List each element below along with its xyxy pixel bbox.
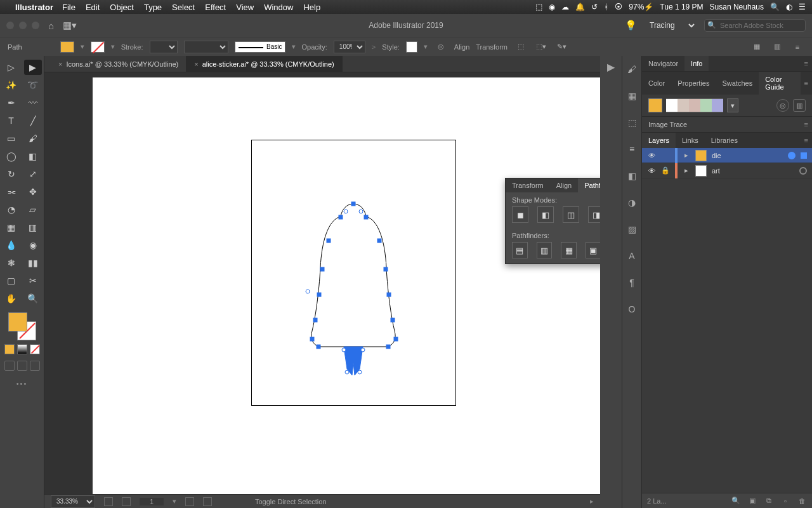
tab-libraries[interactable]: Libraries [705, 133, 744, 148]
fill-box[interactable] [8, 312, 27, 331]
lock-toggle-icon[interactable]: 🔒 [661, 166, 670, 175]
rail-brushes-icon[interactable]: 🖌 [625, 62, 639, 76]
artboard-number[interactable]: 1 [140, 498, 164, 505]
curvature-tool[interactable]: 〰 [24, 95, 42, 110]
rail-appearance-icon[interactable]: ◑ [625, 196, 639, 210]
crop-image-icon[interactable]: ▥ [770, 40, 784, 54]
type-tool[interactable]: T [3, 113, 20, 128]
blend-tool[interactable]: ◉ [24, 237, 42, 253]
eyedropper-tool[interactable]: 💧 [3, 237, 20, 253]
layer-row[interactable]: 👁 ▸ die [642, 148, 812, 163]
play-action-icon[interactable]: ▶ [607, 61, 615, 73]
image-trace-label[interactable]: Image Trace [642, 117, 693, 132]
last-artboard-btn[interactable] [203, 497, 212, 506]
mesh-tool[interactable]: ▦ [3, 220, 20, 235]
canvas-area[interactable]: Transform Align Pathfinder » ≡ Shape Mod… [44, 72, 600, 494]
tab-info[interactable]: Info [684, 56, 709, 71]
opacity-select[interactable]: 100% [334, 41, 365, 53]
rail-opentype-icon[interactable]: O [625, 302, 639, 316]
tab-color-guide[interactable]: Color Guide [759, 72, 800, 95]
lasso-tool[interactable]: ➰ [24, 77, 42, 93]
tab-swatches[interactable]: Swatches [716, 76, 759, 91]
edit-colors-icon[interactable]: ◎ [776, 99, 789, 112]
minus-front-button[interactable]: ◧ [537, 206, 554, 223]
arrange-documents-icon[interactable]: ▦▾ [63, 20, 77, 31]
divide-button[interactable]: ▤ [512, 242, 528, 258]
edit-toolbar-icon[interactable]: ••• [16, 380, 28, 387]
shaper-tool[interactable]: ◯ [3, 149, 20, 164]
menu-view[interactable]: View [236, 3, 254, 12]
perspective-tool[interactable]: ▱ [24, 202, 42, 217]
stroke-weight-select[interactable] [150, 41, 178, 53]
trim-button[interactable]: ▥ [537, 242, 553, 258]
workspace-select[interactable]: Tracing [645, 19, 697, 32]
window-controls[interactable] [6, 22, 39, 29]
selection-indicator[interactable] [801, 152, 807, 159]
expand-layer-icon[interactable]: ▸ [683, 151, 690, 159]
zoom-tool[interactable]: 🔍 [24, 291, 42, 306]
magic-wand-tool[interactable]: ✨ [3, 77, 20, 93]
panel-menu-icon[interactable]: ≡ [801, 57, 812, 70]
pathfinder-panel[interactable]: Transform Align Pathfinder » ≡ Shape Mod… [505, 178, 600, 264]
layer-name[interactable]: die [712, 152, 783, 159]
rail-gradient-icon[interactable]: ◧ [625, 169, 639, 183]
direct-selection-tool[interactable]: ▶ [24, 60, 42, 75]
exclude-button[interactable]: ◨ [588, 206, 600, 223]
panel-menu-icon[interactable]: ≡ [790, 40, 804, 54]
harmony-menu-icon[interactable]: ▾ [727, 98, 738, 112]
brush-definition[interactable]: Basic [235, 41, 285, 53]
adobe-stock-search-input[interactable] [704, 19, 806, 32]
rectangle-tool[interactable]: ▭ [3, 131, 20, 146]
column-graph-tool[interactable]: ▮▮ [24, 255, 42, 271]
none-mode-btn[interactable] [30, 344, 40, 354]
tab-align[interactable]: Align [550, 178, 578, 192]
notification-center-icon[interactable]: ☰ [799, 3, 806, 11]
draw-mode-buttons[interactable] [4, 361, 40, 371]
menu-effect[interactable]: Effect [205, 3, 226, 12]
color-mode-btn[interactable] [4, 344, 15, 354]
width-tool[interactable]: ⫘ [3, 184, 20, 199]
layer-name[interactable]: art [712, 167, 794, 175]
locate-object-icon[interactable]: 🔍 [731, 497, 741, 505]
panel-menu-icon[interactable]: ≡ [801, 77, 812, 90]
tab-layers[interactable]: Layers [642, 133, 676, 148]
merge-button[interactable]: ▦ [561, 242, 577, 258]
menu-help[interactable]: Help [303, 3, 320, 12]
menu-file[interactable]: File [62, 3, 75, 12]
crop-button[interactable]: ▣ [586, 242, 600, 258]
visibility-toggle-icon[interactable]: 👁 [647, 152, 656, 159]
discover-icon[interactable]: 💡 [625, 20, 637, 31]
panel-menu-icon[interactable]: ≡ [801, 134, 812, 147]
scale-tool[interactable]: ⤢ [24, 166, 42, 182]
gradient-mode-btn[interactable] [17, 344, 27, 354]
rotate-tool[interactable]: ↻ [3, 166, 20, 182]
home-icon[interactable]: ⌂ [48, 20, 54, 31]
fill-stroke-control[interactable] [8, 312, 36, 340]
tab-navigator[interactable]: Navigator [642, 56, 684, 71]
tab-links[interactable]: Links [676, 133, 705, 148]
align-link[interactable]: Align [454, 43, 469, 51]
dropbox-icon[interactable]: ⬚ [535, 3, 542, 11]
live-paint-icon[interactable]: ✎▾ [554, 40, 568, 54]
symbol-sprayer-tool[interactable]: ❃ [3, 255, 20, 271]
menu-object[interactable]: Object [110, 3, 134, 12]
eraser-tool[interactable]: ◧ [24, 149, 42, 164]
menu-edit[interactable]: Edit [86, 3, 100, 12]
harmony-strip[interactable] [666, 98, 723, 112]
prev-artboard-btn[interactable] [122, 497, 131, 506]
tab-color[interactable]: Color [642, 76, 671, 91]
new-layer-icon[interactable]: ▫ [780, 497, 790, 505]
paintbrush-tool[interactable]: 🖌 [24, 131, 42, 146]
tab-properties[interactable]: Properties [671, 76, 716, 91]
shape-builder-icon[interactable]: ⬚▾ [534, 40, 548, 54]
cloud-icon[interactable]: ☁ [561, 3, 569, 11]
fill-swatch[interactable] [60, 41, 74, 53]
clipping-mask-icon[interactable]: ▣ [747, 497, 757, 505]
user-name[interactable]: Susan Neuhaus [710, 3, 764, 11]
rail-symbols-icon[interactable]: ⬚ [625, 116, 639, 130]
base-color-swatch[interactable] [648, 98, 662, 112]
hand-tool[interactable]: ✋ [3, 291, 20, 306]
transform-link[interactable]: Transform [476, 43, 508, 51]
layer-row[interactable]: 👁 🔒 ▸ art [642, 163, 812, 178]
save-group-icon[interactable]: ▥ [793, 99, 806, 112]
